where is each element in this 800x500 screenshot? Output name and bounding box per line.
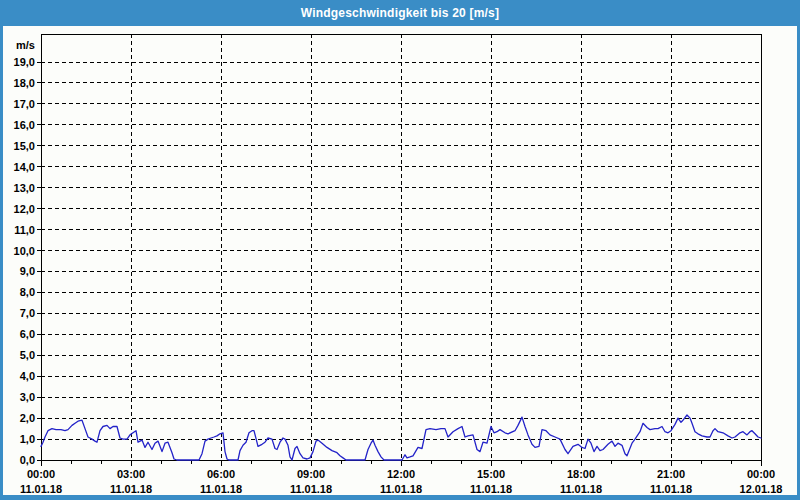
chart-window: Windgeschwindigkeit bis 20 [m/s] 0,01,02…: [0, 0, 800, 500]
x-time-label: 15:00: [477, 468, 505, 480]
y-tick-label: 4,0: [20, 370, 35, 382]
y-tick-label: 16,0: [14, 119, 35, 131]
y-tick-label: 15,0: [14, 140, 35, 152]
x-date-label: 11.01.18: [380, 483, 422, 495]
x-date-label: 11.01.18: [470, 483, 512, 495]
chart-content: 0,01,02,03,04,05,06,07,08,09,010,011,012…: [3, 26, 797, 495]
y-tick-label: 5,0: [20, 349, 35, 361]
x-date-label: 11.01.18: [560, 483, 602, 495]
y-tick-label: 12,0: [14, 203, 35, 215]
y-tick-label: 14,0: [14, 161, 35, 173]
y-tick-label: 6,0: [20, 328, 35, 340]
y-tick-label: 11,0: [14, 224, 35, 236]
x-time-label: 09:00: [297, 468, 325, 480]
x-date-label: 11.01.18: [20, 483, 62, 495]
y-tick-label: 19,0: [14, 56, 35, 68]
y-tick-label: 7,0: [20, 307, 35, 319]
x-date-label: 12.01.18: [740, 483, 783, 495]
x-date-label: 11.01.18: [650, 483, 692, 495]
y-tick-label: 10,0: [14, 245, 35, 257]
x-time-label: 00:00: [747, 468, 775, 480]
y-unit-label: m/s: [16, 39, 35, 51]
x-time-label: 18:00: [567, 468, 595, 480]
y-tick-label: 0,0: [20, 454, 35, 466]
window-titlebar: Windgeschwindigkeit bis 20 [m/s]: [3, 0, 797, 26]
y-tick-label: 18,0: [14, 77, 35, 89]
x-date-label: 11.01.18: [290, 483, 332, 495]
y-tick-label: 1,0: [20, 433, 35, 445]
wind-speed-chart: 0,01,02,03,04,05,06,07,08,09,010,011,012…: [3, 26, 797, 495]
y-tick-label: 2,0: [20, 412, 35, 424]
y-tick-label: 9,0: [20, 265, 35, 277]
y-tick-label: 3,0: [20, 391, 35, 403]
x-time-label: 06:00: [207, 468, 235, 480]
x-time-label: 03:00: [117, 468, 145, 480]
x-date-label: 11.01.18: [110, 483, 152, 495]
x-time-label: 00:00: [27, 468, 55, 480]
window-title: Windgeschwindigkeit bis 20 [m/s]: [301, 6, 499, 20]
x-time-label: 12:00: [387, 468, 415, 480]
y-tick-label: 13,0: [14, 182, 35, 194]
x-time-label: 21:00: [657, 468, 685, 480]
y-tick-label: 17,0: [14, 98, 35, 110]
y-tick-label: 8,0: [20, 286, 35, 298]
x-date-label: 11.01.18: [200, 483, 242, 495]
